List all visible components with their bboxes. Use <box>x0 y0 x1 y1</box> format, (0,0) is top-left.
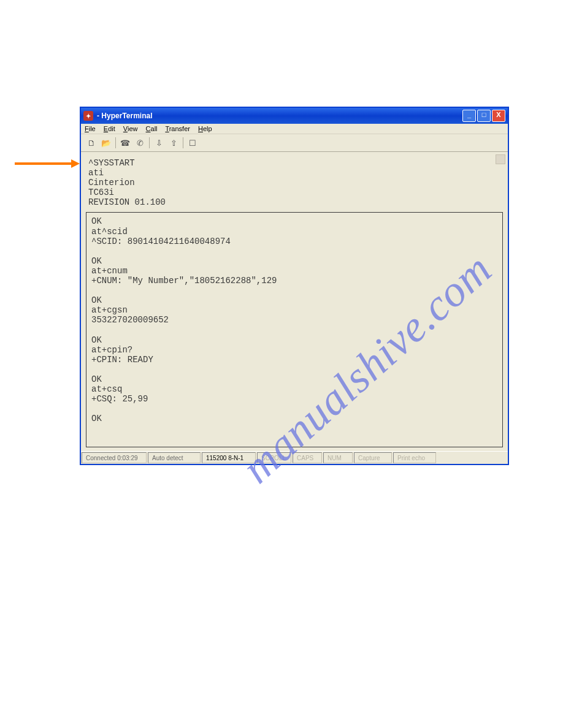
maximize-button[interactable]: □ <box>477 110 491 122</box>
status-caps: CAPS <box>293 452 322 463</box>
menu-view[interactable]: View <box>123 125 138 132</box>
content-area: ^SYSSTART ati Cinterion TC63i REVISION 0… <box>81 152 508 451</box>
callout-arrow <box>15 159 82 168</box>
new-file-icon[interactable]: 🗋 <box>85 136 98 150</box>
status-connected: Connected 0:03:29 <box>82 452 147 463</box>
toolbar-separator <box>115 137 116 148</box>
menu-call[interactable]: Call <box>146 125 158 132</box>
minimize-button[interactable]: _ <box>462 110 476 122</box>
status-baud: 115200 8-N-1 <box>202 452 256 463</box>
menu-bar: File Edit View Call Transfer Help <box>81 124 508 134</box>
call-icon[interactable]: ☎ <box>118 136 132 150</box>
send-icon[interactable]: ⇩ <box>152 136 166 150</box>
status-capture: Capture <box>354 452 392 463</box>
app-icon: ✦ <box>83 111 93 121</box>
properties-icon[interactable]: ☐ <box>186 136 199 150</box>
toolbar-separator <box>149 137 150 148</box>
menu-transfer[interactable]: Transfer <box>165 125 190 132</box>
toolbar-separator <box>183 137 183 148</box>
menu-help[interactable]: Help <box>198 125 212 132</box>
toolbar: 🗋 📂 ☎ ✆ ⇩ ⇧ ☐ <box>81 134 508 152</box>
terminal-header-output: ^SYSSTART ati Cinterion TC63i REVISION 0… <box>86 158 503 212</box>
receive-icon[interactable]: ⇧ <box>167 136 180 150</box>
status-detect: Auto detect <box>148 452 201 463</box>
hyperterminal-window: ✦ - HyperTerminal _ □ X File Edit View C… <box>80 107 509 465</box>
title-bar[interactable]: ✦ - HyperTerminal _ □ X <box>81 108 508 124</box>
status-echo: Print echo <box>393 452 436 463</box>
status-bar: Connected 0:03:29 Auto detect 115200 8-N… <box>81 451 508 464</box>
window-title: - HyperTerminal <box>97 112 462 120</box>
terminal-output[interactable]: OK at^scid ^SCID: 89014104211640048974 O… <box>86 212 503 447</box>
status-scroll: SCROLL <box>257 452 291 463</box>
status-num: NUM <box>323 452 353 463</box>
close-button[interactable]: X <box>492 110 505 122</box>
menu-edit[interactable]: Edit <box>104 125 115 132</box>
open-file-icon[interactable]: 📂 <box>99 136 113 150</box>
menu-file[interactable]: File <box>85 125 96 132</box>
scroll-up-button[interactable] <box>496 154 505 164</box>
hangup-icon[interactable]: ✆ <box>133 136 147 150</box>
